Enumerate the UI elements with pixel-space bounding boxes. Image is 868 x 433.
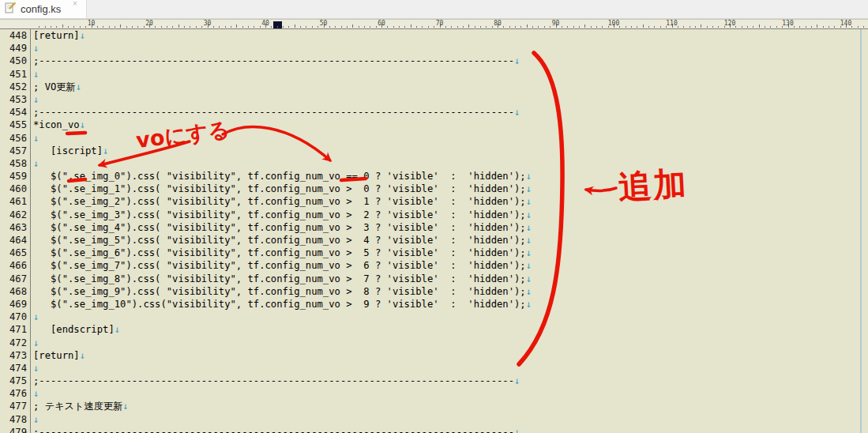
code-line[interactable]: 454;------------------------------------… — [0, 106, 868, 119]
code-line[interactable]: 456↓ — [0, 132, 868, 145]
code-line[interactable]: 466 $(".se_img_7").css( "visibility", tf… — [0, 259, 868, 272]
tab-config-ks[interactable]: config.ks × — [0, 0, 87, 18]
code-line[interactable]: 472↓ — [0, 337, 868, 349]
ruler-tick — [492, 26, 493, 28]
line-break-icon: ↓ — [526, 209, 532, 221]
code-line[interactable]: 464 $(".se_img_5").css( "visibility", tf… — [0, 234, 868, 247]
code-line[interactable]: 449↓ — [0, 42, 868, 55]
line-number: 467 — [0, 273, 31, 285]
ruler-tick — [254, 26, 254, 28]
code-line[interactable]: 469 $(".se_img_10").css("visibility", tf… — [0, 298, 868, 311]
code-line[interactable]: 468 $(".se_img_9").css( "visibility", tf… — [0, 285, 868, 298]
ruler-tick — [701, 24, 701, 28]
code-line[interactable]: 474↓ — [0, 362, 868, 375]
ruler-tick — [411, 24, 411, 28]
line-number: 459 — [0, 170, 31, 183]
ruler-label: 20 — [145, 20, 153, 27]
code-line[interactable]: 448[return]↓ — [0, 29, 868, 42]
ruler-tick — [359, 26, 359, 28]
code-text: ;---------------------------------------… — [31, 375, 514, 387]
code-line[interactable]: 450;------------------------------------… — [0, 55, 868, 67]
code-text: [return] — [31, 29, 80, 42]
ruler-tick — [475, 26, 475, 28]
ruler-tick — [823, 26, 824, 28]
code-text: $(".se_img_2").css( "visibility", tf.con… — [31, 195, 526, 208]
line-number: 457 — [0, 145, 31, 157]
ruler-tick — [544, 26, 545, 28]
tab-close-icon[interactable]: × — [73, 0, 77, 8]
code-line[interactable]: 473[return]↓ — [0, 349, 868, 362]
code-line[interactable]: 477; テキスト速度更新↓ — [0, 400, 868, 412]
code-line[interactable]: 461 $(".se_img_2").css( "visibility", tf… — [0, 195, 868, 208]
line-break-icon: ↓ — [33, 93, 39, 106]
ruler-tick — [428, 26, 429, 28]
line-break-icon: ↓ — [514, 106, 520, 119]
ruler-tick — [863, 26, 864, 28]
code-text: ; テキスト速度更新 — [31, 400, 122, 412]
code-line[interactable]: 452; VO更新↓ — [0, 81, 868, 93]
ruler-tick — [155, 26, 156, 28]
line-number: 455 — [0, 119, 31, 131]
line-number: 461 — [0, 195, 31, 208]
ruler-tick — [637, 26, 637, 28]
ruler-tick — [109, 26, 110, 28]
ruler-label: 70 — [436, 20, 444, 27]
ruler-tick — [527, 24, 528, 28]
ruler-tick — [97, 26, 98, 28]
code-line[interactable]: 465 $(".se_img_6").css( "visibility", tf… — [0, 247, 868, 259]
ruler-tick — [404, 26, 405, 28]
code-line[interactable]: 455*icon_vo↓ — [0, 119, 868, 131]
ruler-tick — [248, 26, 249, 28]
line-number: 477 — [0, 400, 31, 412]
code-line[interactable]: 471 [endscript]↓ — [0, 323, 868, 336]
code-line[interactable]: 451↓ — [0, 68, 868, 81]
line-break-icon: ↓ — [526, 298, 532, 311]
editor-area[interactable]: 448[return]↓449↓450;--------------------… — [0, 29, 868, 433]
ruler-tick — [765, 26, 765, 28]
code-line[interactable]: 462 $(".se_img_3").css( "visibility", tf… — [0, 209, 868, 221]
ruler-tick — [434, 26, 434, 28]
ruler-tick — [213, 26, 214, 28]
code-text: $(".se_img_6").css( "visibility", tf.con… — [31, 247, 526, 259]
column-ruler: 102030405060708090100110120130140 — [0, 19, 868, 29]
ruler-tick — [486, 26, 487, 28]
code-text: [endscript] — [31, 323, 115, 336]
code-line[interactable]: 479;------------------------------------… — [0, 426, 868, 433]
ruler-tick — [776, 26, 777, 28]
line-break-icon: ↓ — [80, 349, 85, 362]
line-break-icon: ↓ — [115, 323, 120, 336]
code-line[interactable]: 459 $(".se_img_0").css( "visibility", tf… — [0, 170, 868, 183]
code-line[interactable]: 458↓ — [0, 157, 868, 170]
line-number: 472 — [0, 337, 31, 349]
code-text: $(".se_img_7").css( "visibility", tf.con… — [31, 259, 526, 272]
code-line[interactable]: 478↓ — [0, 413, 868, 426]
line-number: 473 — [0, 349, 31, 362]
code-line[interactable]: 460 $(".se_img_1").css( "visibility", tf… — [0, 183, 868, 195]
ruler-tick — [73, 26, 74, 28]
ruler-tick — [503, 26, 504, 28]
code-text: $(".se_img_5").css( "visibility", tf.con… — [31, 234, 526, 247]
code-line[interactable]: 457 [iscript]↓ — [0, 145, 868, 157]
code-line[interactable]: 453↓ — [0, 93, 868, 106]
ruler-label: 10 — [88, 20, 96, 27]
line-number: 448 — [0, 29, 31, 42]
ruler-tick — [463, 26, 464, 28]
line-break-icon: ↓ — [33, 337, 39, 349]
ruler-tick — [167, 26, 167, 28]
ruler-tick — [300, 26, 301, 28]
code-line[interactable]: 475;------------------------------------… — [0, 375, 868, 387]
code-line[interactable]: 476↓ — [0, 387, 868, 400]
code-text: $(".se_img_0").css( "visibility", tf.con… — [31, 170, 526, 183]
ruler-tick — [132, 26, 133, 28]
ruler-tick — [626, 26, 626, 28]
code-line[interactable]: 467 $(".se_img_8").css( "visibility", tf… — [0, 273, 868, 285]
line-break-icon: ↓ — [33, 311, 39, 323]
code-line[interactable]: 470↓ — [0, 311, 868, 323]
ruler-label: 140 — [840, 20, 851, 27]
ruler-tick — [509, 26, 510, 28]
line-number: 475 — [0, 375, 31, 387]
line-number: 465 — [0, 247, 31, 259]
right-margin-line — [860, 29, 862, 433]
code-line[interactable]: 463 $(".se_img_4").css( "visibility", tf… — [0, 221, 868, 234]
code-text: ; VO更新 — [31, 81, 76, 93]
